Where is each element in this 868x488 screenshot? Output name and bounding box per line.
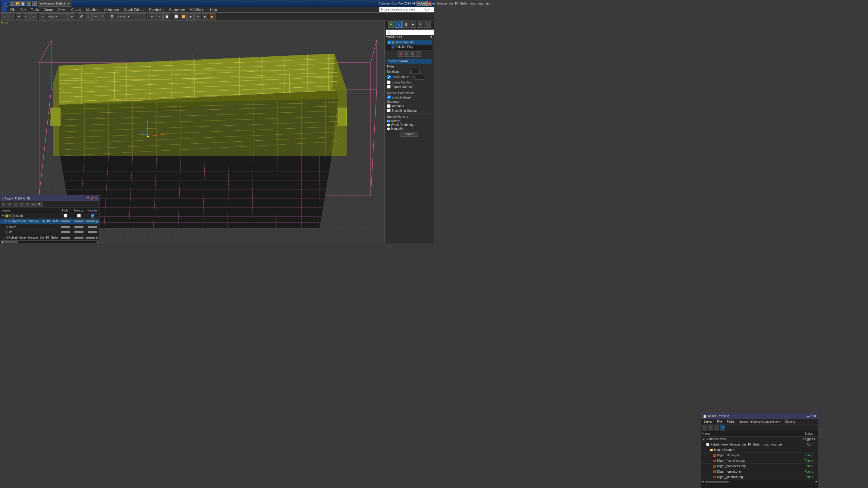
menu-tools[interactable]: Tools xyxy=(29,7,41,12)
move-tool[interactable]: ✛ xyxy=(16,13,22,20)
curve-editor-btn[interactable]: 📈 xyxy=(173,13,179,20)
update-button[interactable]: Update xyxy=(401,132,418,137)
new-btn[interactable]: □ xyxy=(10,1,14,6)
modifier-id-field[interactable] xyxy=(386,30,434,35)
open-btn[interactable]: 📂 xyxy=(15,1,20,6)
menu-file[interactable]: File xyxy=(8,7,18,12)
save-btn[interactable]: 💾 xyxy=(21,1,25,6)
menu-group[interactable]: Group xyxy=(41,7,55,12)
ref-coord-dropdown[interactable]: View ▼ xyxy=(47,13,68,20)
help-icon[interactable]: ? xyxy=(431,8,433,11)
show-end-btn[interactable]: ▼ xyxy=(410,51,415,57)
layer-find-btn[interactable]: 🔍 xyxy=(37,202,42,207)
layer-move-btn[interactable]: → xyxy=(19,202,24,207)
scrollbar-track[interactable] xyxy=(3,241,96,243)
menu-customize[interactable]: Customize xyxy=(167,7,187,12)
hierarchy-panel-btn[interactable]: ⛓ xyxy=(402,21,409,28)
layers-scrollbar[interactable]: ◀ ▶ xyxy=(0,240,99,243)
search-options[interactable]: ▼ xyxy=(428,8,430,11)
render-btn[interactable]: ▶ xyxy=(96,220,98,223)
menu-rendering[interactable]: Rendering xyxy=(147,7,167,12)
remove-mod-btn[interactable]: ✕ xyxy=(415,51,421,57)
layer-add-sel-btn[interactable]: +↖ xyxy=(31,202,36,207)
redo-btn[interactable]: ↪ xyxy=(32,1,37,6)
utilities-panel-btn[interactable]: 🔨 xyxy=(424,21,431,28)
layers-help-btn[interactable]: ? xyxy=(87,197,89,200)
layer-select-btn[interactable]: ↖ xyxy=(13,202,19,207)
named-sel-dropdown[interactable]: Named ▼ xyxy=(116,13,146,20)
menu-views[interactable]: Views xyxy=(55,7,69,12)
menu-create[interactable]: Create xyxy=(69,7,84,12)
render-checkbox[interactable] xyxy=(91,214,94,218)
list-item[interactable]: Polyethylene_Storage_Bin_10_Gallon ▼ ▶ xyxy=(0,219,99,224)
explicit-checkbox[interactable] xyxy=(387,85,391,89)
turbosmooth-modifier[interactable]: TurboSmooth xyxy=(387,40,432,44)
scrollbar-handle[interactable] xyxy=(3,241,19,243)
display-panel-btn[interactable]: 👁 xyxy=(417,21,424,28)
isoline-checkbox[interactable] xyxy=(387,80,391,84)
obj2-render-btn[interactable]: ▶ xyxy=(96,236,98,239)
material-editor-btn[interactable]: ◆ xyxy=(187,13,194,20)
menu-modifiers[interactable]: Modifiers xyxy=(84,7,102,12)
manually-radio[interactable] xyxy=(387,127,390,130)
list-item[interactable]: 0 (default) xyxy=(0,213,99,219)
viewport[interactable]: [+][Perspective][Shaded + Edged Faces] T… xyxy=(0,21,384,243)
rotate-tool[interactable]: ↻ xyxy=(23,13,30,20)
schematic-btn[interactable]: 🔀 xyxy=(180,13,187,20)
when-rendering-radio[interactable] xyxy=(387,124,390,127)
layer-mgr-btn[interactable]: 📋 xyxy=(163,13,170,20)
render-setup-btn[interactable]: ⚙ xyxy=(194,13,201,20)
align-btn[interactable]: ⇥ xyxy=(156,13,163,20)
smooth-result-checkbox[interactable] xyxy=(387,96,391,99)
list-item[interactable]: ▷ lid xyxy=(0,230,99,235)
scroll-left-btn[interactable]: ◀ xyxy=(1,241,3,243)
motion-panel-btn[interactable]: ▶ xyxy=(410,21,416,28)
search-box[interactable]: 🔍 ▼ ? xyxy=(379,7,434,12)
workspace-dropdown[interactable]: Workspace: Default▼ xyxy=(38,0,71,7)
render-btn[interactable]: ▶ xyxy=(209,13,216,20)
ref-coord-btn[interactable]: ♦ xyxy=(39,13,46,20)
modify-panel-btn[interactable]: 🔧 xyxy=(395,21,402,28)
angle-snap[interactable]: ∠ xyxy=(85,13,92,20)
list-item[interactable]: ▷ Polyethylene_Storage_Bin_10_Gallon ▶ xyxy=(0,235,99,240)
menu-edit[interactable]: Edit xyxy=(18,7,29,12)
undo-btn[interactable]: ↩ xyxy=(27,1,31,6)
settings-btn[interactable]: ⚙ xyxy=(404,51,409,57)
hide-checkbox[interactable] xyxy=(64,214,67,218)
scroll-right-btn[interactable]: ▶ xyxy=(97,241,98,243)
render-frame-btn[interactable]: ▶ xyxy=(202,13,208,20)
freeze-checkbox[interactable] xyxy=(77,214,81,218)
layers-panel[interactable]: ≡ Layer: 0 (default) ? 📌 ✕ + ✕ ↖ → ✓ +↖ … xyxy=(0,195,99,243)
spinner-snap[interactable]: ⇅ xyxy=(99,13,106,20)
smoothing-checkbox[interactable] xyxy=(387,109,391,112)
scale-tool[interactable]: ⇲ xyxy=(30,13,37,20)
pin-stack-btn[interactable]: 📌 xyxy=(398,51,403,57)
search-input[interactable] xyxy=(381,8,423,11)
always-radio[interactable] xyxy=(387,120,390,123)
mirror-btn[interactable]: ⇔ xyxy=(149,13,156,20)
menu-graph-editors[interactable]: Graph Editors xyxy=(121,7,147,12)
percent-snap[interactable]: % xyxy=(92,13,99,20)
materials-checkbox[interactable] xyxy=(387,104,391,108)
render-iters-input[interactable] xyxy=(413,75,424,79)
pivot-btn[interactable]: ⊕ xyxy=(68,13,75,20)
modifier-list-dropdown[interactable]: ▼ xyxy=(430,35,433,38)
iterations-input[interactable] xyxy=(409,69,420,74)
layer-new-btn[interactable]: + xyxy=(1,202,6,207)
select-tool[interactable]: ↖ xyxy=(1,13,8,20)
layers-pin-btn[interactable]: 📌 xyxy=(90,197,94,200)
create-panel-btn[interactable]: ⊕ xyxy=(388,21,395,28)
menu-maxscript[interactable]: MAXScript xyxy=(187,7,208,12)
expand-icon[interactable] xyxy=(1,215,4,217)
expand-icon[interactable] xyxy=(4,221,7,222)
menu-help[interactable]: Help xyxy=(208,7,219,12)
menu-animation[interactable]: Animation xyxy=(102,7,121,12)
turbosmooth-visible[interactable] xyxy=(388,41,391,44)
search-icon[interactable]: 🔍 xyxy=(424,8,427,11)
snap-toggle[interactable]: 🔗 xyxy=(78,13,84,20)
select-region-tool[interactable]: ⬚ xyxy=(8,13,15,20)
layer-set-btn[interactable]: ✓ xyxy=(25,202,30,207)
editablepoly-modifier[interactable]: Editable Poly xyxy=(387,44,432,49)
render-iters-checkbox[interactable] xyxy=(387,75,391,79)
layers-close-btn[interactable]: ✕ xyxy=(95,197,97,200)
